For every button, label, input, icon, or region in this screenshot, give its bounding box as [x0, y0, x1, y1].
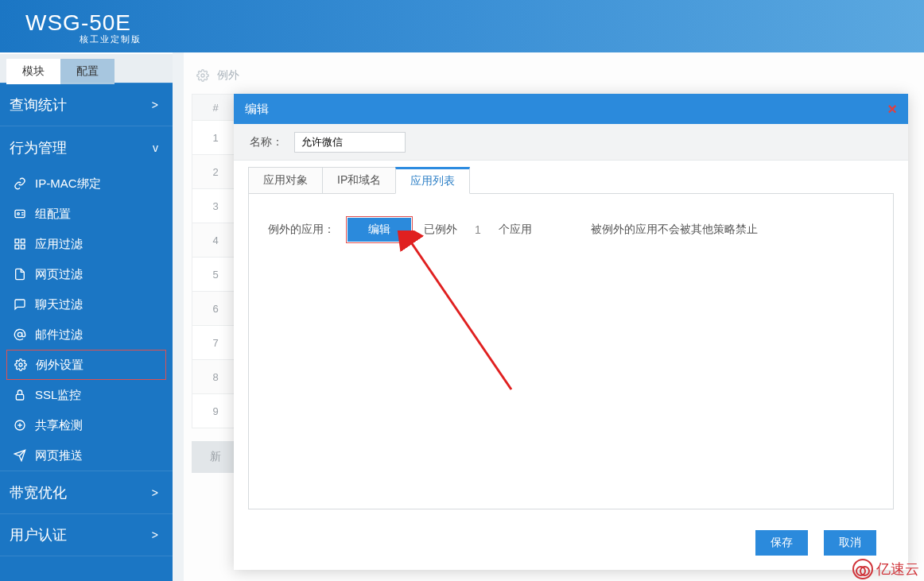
svg-point-1: [17, 213, 20, 215]
modal-header: 编辑 ×: [234, 94, 908, 124]
id-icon: [13, 207, 27, 220]
gear-icon: [14, 358, 28, 371]
section-userauth[interactable]: 用户认证 >: [0, 513, 173, 556]
svg-line-11: [410, 240, 511, 389]
sidebar-item-label: 应用过滤: [35, 237, 83, 252]
app-logo: WSG-50E: [25, 12, 131, 34]
svg-rect-5: [21, 245, 25, 249]
svg-rect-8: [16, 394, 23, 400]
close-icon[interactable]: ×: [887, 100, 897, 118]
modal-content: 例外的应用： 编辑 已例外 1 个应用 被例外的应用不会被其他策略禁止: [248, 193, 894, 509]
sidebar-item-label: 聊天过滤: [35, 297, 83, 312]
app-label: 例外的应用：: [268, 223, 335, 237]
table-row[interactable]: 6: [192, 292, 239, 326]
sidebar-item-label: 组配置: [35, 207, 71, 222]
breadcrumb-text: 例外: [217, 68, 239, 83]
sidebar-item-appfilter[interactable]: 应用过滤: [0, 229, 173, 259]
sidebar-item-ipmac[interactable]: IP-MAC绑定: [0, 168, 173, 199]
svg-point-6: [17, 332, 21, 336]
table-row[interactable]: 7: [192, 326, 239, 360]
chat-icon: [13, 298, 27, 311]
count-suffix: 个应用: [499, 223, 532, 237]
sidebar-item-ssl[interactable]: SSL监控: [0, 380, 173, 410]
link-icon: [13, 177, 27, 190]
section-label: 查询统计: [10, 95, 67, 114]
modal-title: 编辑: [245, 102, 269, 117]
annotation-arrow-icon: [392, 230, 535, 405]
chevron-right-icon: >: [152, 99, 158, 111]
watermark-text: 亿速云: [876, 560, 919, 579]
main-content: 例外 # 1 2 3 4 5 6 7 8 9 新 编辑 × 名称：: [173, 52, 924, 581]
sidebar-item-group[interactable]: 组配置: [0, 199, 173, 229]
send-icon: [13, 449, 27, 462]
save-button[interactable]: 保存: [755, 530, 808, 556]
sidebar-item-exception[interactable]: 例外设置: [6, 350, 166, 380]
lock-icon: [13, 389, 27, 401]
app-sublogo: 核工业定制版: [80, 33, 142, 45]
count-number: 1: [468, 223, 487, 236]
app-header: WSG-50E 核工业定制版: [0, 0, 924, 52]
at-icon: [13, 328, 27, 341]
gear-icon: [196, 69, 209, 82]
sidebar-item-label: SSL监控: [35, 388, 81, 403]
share-icon: [13, 419, 27, 432]
section-label: 用户认证: [10, 525, 67, 544]
tab-ip-domain[interactable]: IP和域名: [322, 167, 396, 194]
section-bandwidth[interactable]: 带宽优化 >: [0, 471, 173, 513]
sidebar-item-chatfilter[interactable]: 聊天过滤: [0, 289, 173, 320]
sidebar-item-label: 例外设置: [36, 358, 83, 373]
modal-tabs: 应用对象 IP和域名 应用列表: [234, 161, 908, 194]
tab-app-object[interactable]: 应用对象: [248, 167, 323, 194]
table-row[interactable]: 9: [192, 394, 239, 428]
tab-module[interactable]: 模块: [6, 59, 60, 84]
edit-button-highlight: 编辑: [346, 216, 413, 243]
sidebar-item-label: IP-MAC绑定: [35, 176, 101, 192]
name-input[interactable]: [294, 132, 406, 153]
sidebar-item-mailfilter[interactable]: 邮件过滤: [0, 320, 173, 350]
watermark-icon: [852, 559, 873, 579]
section-behavior-mgmt[interactable]: 行为管理 v: [0, 126, 173, 168]
modal-footer: 保存 取消: [234, 524, 908, 570]
modal-name-row: 名称：: [234, 124, 908, 161]
background-table: # 1 2 3 4 5 6 7 8 9: [192, 94, 239, 428]
section-label: 带宽优化: [10, 483, 67, 502]
grid-icon: [13, 238, 27, 250]
table-row[interactable]: 5: [192, 258, 239, 292]
breadcrumb: 例外: [192, 68, 924, 83]
sidebar: 模块 配置 查询统计 > 行为管理 v IP-MAC绑定 组配置 应用过滤 网页…: [0, 52, 173, 581]
tab-config[interactable]: 配置: [60, 59, 115, 84]
svg-rect-2: [15, 239, 19, 243]
cancel-button[interactable]: 取消: [824, 530, 876, 556]
section-label: 行为管理: [10, 138, 67, 157]
table-row[interactable]: 4: [192, 223, 239, 258]
table-row[interactable]: 8: [192, 360, 239, 394]
sidebar-tabs: 模块 配置: [0, 52, 173, 83]
new-button[interactable]: 新: [192, 441, 239, 473]
page-icon: [13, 268, 27, 281]
edit-button[interactable]: 编辑: [347, 218, 411, 242]
table-row[interactable]: 2: [192, 155, 239, 189]
svg-rect-3: [21, 239, 25, 243]
sidebar-item-webfilter[interactable]: 网页过滤: [0, 259, 173, 289]
chevron-down-icon: v: [153, 141, 158, 154]
table-row[interactable]: 3: [192, 189, 239, 223]
sidebar-item-label: 网页过滤: [35, 267, 83, 282]
tab-app-list[interactable]: 应用列表: [395, 167, 470, 194]
watermark: 亿速云: [852, 559, 919, 579]
exception-note: 被例外的应用不会被其他策略禁止: [591, 223, 758, 237]
section-query-stats[interactable]: 查询统计 >: [0, 83, 173, 126]
table-header: #: [192, 94, 239, 121]
svg-point-10: [201, 74, 204, 77]
count-prefix: 已例外: [424, 223, 457, 237]
sidebar-item-label: 网页推送: [35, 448, 83, 463]
chevron-right-icon: >: [152, 529, 158, 541]
sidebar-item-webpush[interactable]: 网页推送: [0, 440, 173, 471]
sidebar-item-label: 邮件过滤: [35, 327, 83, 343]
chevron-right-icon: >: [152, 486, 158, 499]
sidebar-item-share[interactable]: 共享检测: [0, 410, 173, 440]
name-label: 名称：: [250, 135, 283, 149]
svg-rect-4: [15, 245, 19, 249]
table-row[interactable]: 1: [192, 121, 239, 155]
svg-point-7: [19, 363, 22, 366]
app-exception-row: 例外的应用： 编辑 已例外 1 个应用 被例外的应用不会被其他策略禁止: [268, 216, 874, 243]
